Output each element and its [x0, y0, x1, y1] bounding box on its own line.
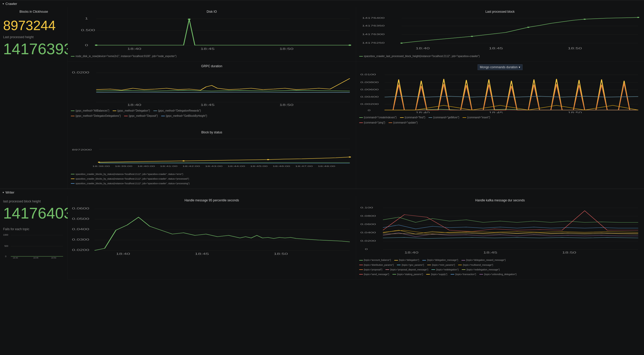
svg-text:0.100: 0.100	[360, 206, 373, 209]
svg-text:18:40:00: 18:40:00	[137, 165, 155, 167]
disk-io-legend: node_disk_io_now(device="nvme2n1", insta…	[71, 54, 353, 59]
svg-text:18:40: 18:40	[416, 111, 430, 113]
svg-text:18:50: 18:50	[568, 47, 582, 50]
svg-text:0: 0	[85, 44, 88, 47]
svg-text:0: 0	[5, 255, 6, 258]
disk-io-chart: 1 0.500 0 18:40 18:45 18:50	[71, 16, 353, 52]
svg-point-8	[348, 45, 351, 46]
svg-text:0.00400: 0.00400	[360, 95, 379, 98]
svg-text:14176400: 14176400	[362, 17, 384, 19]
handle-message-panel: Handle message 95 percentile seconds 0.0…	[68, 196, 356, 279]
svg-text:18:50: 18:50	[568, 111, 582, 113]
svg-text:0.0500: 0.0500	[72, 217, 89, 220]
writer-fails-chart: 1000 500 0 18:40 18:45 18:50	[3, 233, 64, 258]
writer-section: last processed block height 14176403 Fai…	[0, 196, 644, 280]
svg-text:0.0300: 0.0300	[72, 238, 89, 241]
svg-text:0.00600: 0.00600	[360, 88, 379, 91]
blocks-count: 8973244	[3, 18, 64, 33]
block-by-status-panel: Block by status 8972000 18:38:00 18:39:0…	[68, 128, 356, 189]
svg-text:18:48:00: 18:48:00	[318, 165, 335, 167]
svg-text:18:45: 18:45	[195, 252, 209, 255]
svg-text:18:40: 18:40	[404, 251, 418, 254]
svg-text:14176300: 14176300	[362, 33, 384, 36]
blocks-panel-title: Blocks in Clickhouse	[3, 10, 64, 13]
handle-kafka-chart: 0.100 0.0800 0.0600 0.0400 0.0200 0 18:4…	[359, 204, 641, 256]
svg-text:14176250: 14176250	[362, 42, 384, 44]
svg-text:18:40: 18:40	[416, 47, 430, 50]
svg-text:0.00200: 0.00200	[360, 103, 379, 105]
last-processed-block-chart: 14176400 14176350 14176300 14176250 18:4…	[359, 16, 641, 52]
svg-text:18:44:00: 18:44:00	[228, 165, 245, 167]
mongo-title: Mongo commands duration	[480, 65, 518, 69]
svg-text:0.0400: 0.0400	[72, 228, 89, 231]
svg-text:14176350: 14176350	[362, 24, 384, 27]
svg-text:18:45: 18:45	[200, 47, 214, 50]
svg-text:18:47:00: 18:47:00	[295, 165, 313, 167]
svg-text:18:42:00: 18:42:00	[182, 165, 200, 167]
svg-text:18:50: 18:50	[562, 251, 576, 254]
svg-text:18:45: 18:45	[483, 251, 497, 254]
blocks-panel: Blocks in Clickhouse 8973244 Last proces…	[0, 7, 67, 128]
mongo-chart: 0.0100 0.00800 0.00600 0.00400 0.00200 0	[359, 72, 641, 113]
block-by-status-legend: spacebox_crawler_blocks_by_status(instan…	[71, 172, 353, 186]
mongo-dropdown-btn[interactable]: Mongo commands duration ▾	[478, 64, 523, 70]
crawler-section-header[interactable]: ▾ Crawler	[0, 0, 644, 7]
svg-text:18:50: 18:50	[274, 252, 288, 255]
svg-text:0.0600: 0.0600	[360, 223, 376, 225]
svg-text:0.00800: 0.00800	[360, 81, 379, 84]
writer-section-header[interactable]: ▾ Writer	[0, 189, 644, 196]
svg-point-56	[267, 159, 269, 160]
block-by-status-title: Block by status	[71, 131, 353, 134]
svg-text:18:50: 18:50	[51, 257, 56, 258]
svg-text:18:40: 18:40	[127, 47, 141, 50]
svg-text:18:41:00: 18:41:00	[160, 165, 178, 167]
svg-point-20	[400, 43, 403, 44]
svg-text:0.0100: 0.0100	[360, 73, 376, 76]
svg-text:18:40: 18:40	[13, 257, 18, 258]
svg-point-55	[182, 160, 185, 161]
svg-text:500: 500	[4, 245, 8, 247]
svg-point-24	[637, 17, 639, 18]
writer-last-processed-value: 14176403	[3, 204, 64, 222]
svg-text:0.0400: 0.0400	[360, 231, 376, 234]
writer-last-processed-label: last processed block height	[3, 200, 64, 203]
svg-text:18:45:00: 18:45:00	[250, 165, 268, 167]
grpc-chart: 0.0200 18:40 18:45 18:50	[71, 70, 353, 106]
svg-text:0: 0	[368, 109, 370, 112]
block-by-status-chart: 8972000 18:38:00 18:39:00 18:40:00 18:41…	[71, 136, 353, 170]
svg-text:0.0200: 0.0200	[72, 249, 89, 251]
disk-io-legend-text: node_disk_io_now(device="nvme2n1", insta…	[76, 54, 177, 58]
svg-text:18:50: 18:50	[279, 103, 293, 106]
kafka-legend: {topic="account_balance"} {topic="delega…	[359, 258, 641, 277]
svg-text:18:40: 18:40	[127, 103, 141, 106]
grpc-legend: {grpc_method="AllBalances"} {grpc_method…	[71, 108, 353, 119]
svg-text:18:45: 18:45	[33, 257, 38, 258]
last-processed-block-title: Last processed block	[359, 10, 641, 13]
last-processed-block-legend-text: spacebox_crawler_last_processed_block_he…	[364, 54, 480, 58]
svg-point-57	[349, 156, 351, 158]
svg-point-7	[188, 19, 191, 20]
writer-fails-label: Fails for each topic	[3, 227, 64, 231]
last-processed-block-legend: spacebox_crawler_last_processed_block_he…	[359, 54, 641, 59]
last-processed-label: Last processed height	[3, 35, 64, 39]
svg-point-6	[95, 45, 98, 46]
writer-section-label: Writer	[5, 190, 14, 194]
svg-text:0.0800: 0.0800	[360, 214, 376, 217]
svg-text:0.0200: 0.0200	[72, 71, 89, 74]
last-processed-block-panel: Last processed block 14176400 14176350 1…	[356, 7, 644, 62]
svg-point-23	[584, 19, 586, 20]
handle-kafka-title: Handle kafka message dur seconds	[359, 199, 641, 202]
svg-text:1: 1	[85, 17, 88, 20]
writer-chevron-icon: ▾	[3, 191, 4, 194]
svg-point-22	[527, 27, 529, 28]
svg-text:18:45: 18:45	[489, 111, 503, 113]
handle-message-title: Handle message 95 percentile seconds	[71, 199, 353, 202]
svg-text:18:46:00: 18:46:00	[273, 165, 290, 167]
svg-point-21	[471, 36, 473, 37]
disk-io-panel: Disk IO 1 0.500 0 18:40 18:45 18:50 node…	[68, 7, 356, 62]
svg-point-54	[98, 162, 100, 163]
svg-text:18:38:00: 18:38:00	[92, 165, 110, 167]
svg-text:0.500: 0.500	[81, 29, 95, 32]
last-processed-value: 14176393	[3, 40, 64, 58]
svg-text:18:45: 18:45	[200, 103, 214, 106]
